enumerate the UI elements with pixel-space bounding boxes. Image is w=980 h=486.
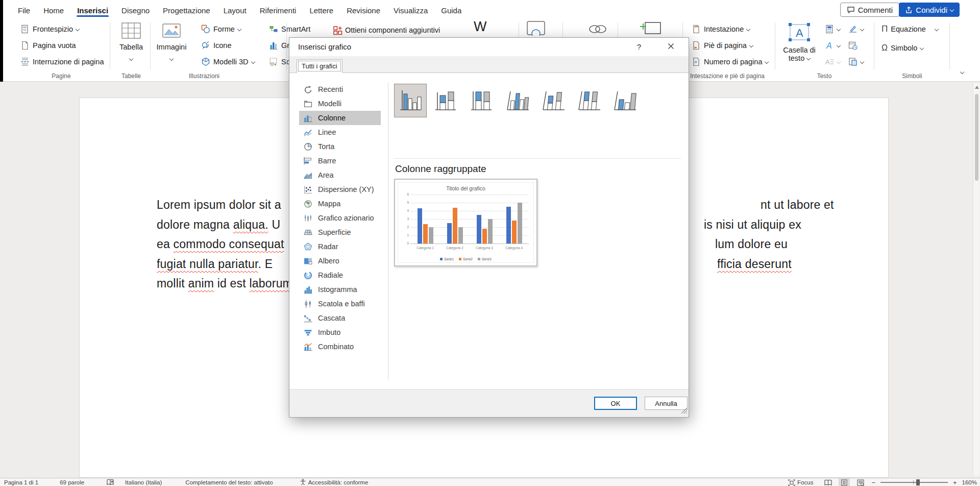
chart-type-radiale[interactable]: Radiale (299, 268, 381, 282)
focus-mode-button[interactable]: Focus (784, 478, 817, 486)
equation-button[interactable]: Π Equazione (881, 23, 938, 35)
document-text-line[interactable]: dolore magna aliqua. U (157, 218, 280, 232)
signature-line-button[interactable] (848, 23, 864, 35)
page-break-button[interactable]: Interruzione di pagina (20, 56, 104, 68)
ok-button[interactable]: OK (594, 397, 637, 410)
get-addins-button[interactable]: Ottieni componenti aggiuntivi (333, 24, 440, 36)
zoom-out-button[interactable]: − (871, 479, 875, 486)
chart-type-scatola-baffi[interactable]: Scatola e baffi (299, 297, 381, 311)
object-button[interactable] (848, 56, 864, 68)
date-time-button[interactable] (848, 39, 857, 52)
share-button[interactable]: Condividi (899, 3, 960, 17)
quick-parts-button[interactable] (825, 23, 840, 35)
zoom-level[interactable]: 160% (962, 479, 977, 485)
chart-type-recenti[interactable]: Recenti (299, 82, 381, 96)
dialog-titlebar[interactable]: Inserisci grafico ? (289, 38, 689, 56)
cover-page-button[interactable]: Frontespizio (20, 23, 79, 35)
web-layout-button[interactable] (855, 478, 866, 486)
new-comment-button[interactable] (639, 22, 663, 35)
resize-grip-icon[interactable] (681, 407, 688, 416)
dialog-help-button[interactable]: ? (630, 40, 648, 54)
text-completion-indicator[interactable]: Completamento del testo: attivato (181, 478, 277, 486)
drop-cap-button[interactable]: A (825, 56, 840, 68)
word-count[interactable]: 69 parole (56, 478, 88, 486)
document-text-line[interactable]: lum dolore eu (715, 237, 788, 251)
smartart-button[interactable]: SmartArt (269, 23, 310, 35)
collapse-ribbon-button[interactable] (961, 66, 964, 76)
chart-type-combinato[interactable]: Combinato (299, 339, 381, 354)
page-number-button[interactable]: # Numero di pagina (692, 56, 768, 68)
blank-page-button[interactable]: Pagina vuota (20, 39, 76, 52)
models-3d-button[interactable]: Modelli 3D (201, 56, 255, 68)
thumbnail-clustered-column[interactable] (394, 84, 427, 117)
proofing-status[interactable] (103, 478, 118, 486)
chart-type-torta[interactable]: Torta (299, 139, 381, 154)
scroll-up-arrow[interactable] (975, 86, 979, 89)
link-button[interactable] (587, 23, 608, 36)
comments-button[interactable]: Commenti (840, 3, 899, 17)
table-button[interactable]: Tabella (114, 22, 148, 62)
menu-tab-disegno[interactable]: Disegno (115, 2, 156, 18)
chart-type-superficie[interactable]: Superficie (299, 225, 381, 239)
dialog-close-button[interactable] (662, 40, 679, 54)
document-text-line[interactable]: fugiat nulla pariatur. E (157, 257, 273, 271)
read-mode-button[interactable] (822, 478, 834, 486)
menu-tab-home[interactable]: Home (37, 2, 70, 18)
icons-button[interactable]: Icone (201, 39, 231, 52)
document-text-line[interactable]: nt ut labore et (761, 198, 834, 212)
zoom-in-button[interactable]: + (953, 479, 957, 486)
chart-type-istogramma[interactable]: Istogramma (299, 282, 381, 297)
symbol-button[interactable]: Ω Simbolo (881, 42, 923, 54)
page-indicator[interactable]: Pagina 1 di 1 (0, 478, 42, 486)
online-video-button[interactable] (526, 22, 546, 35)
thumbnail-3d-column[interactable] (608, 84, 641, 117)
chart-type-dispersione[interactable]: Dispersione (XY) (299, 182, 381, 197)
thumbnail-3d-clustered-column[interactable] (501, 84, 534, 117)
language-indicator[interactable]: Italiano (Italia) (121, 478, 166, 486)
text-box-button[interactable]: A Casella di testo (780, 22, 819, 62)
chart-type-azionario[interactable]: Grafico azionario (299, 211, 381, 225)
wordart-button[interactable]: A (825, 39, 840, 52)
zoom-slider-thumb[interactable] (916, 479, 920, 485)
chart-type-area[interactable]: Area (299, 168, 381, 182)
menu-tab-guida[interactable]: Guida (434, 2, 468, 18)
tab-tutti-i-grafici[interactable]: Tutti i grafici (297, 59, 342, 73)
zoom-slider[interactable] (880, 482, 948, 483)
thumbnail-3d-stacked-column[interactable] (537, 84, 570, 117)
wikipedia-button[interactable]: W (474, 20, 486, 33)
thumbnail-3d-100-stacked-column[interactable] (573, 84, 605, 117)
chart-type-radar[interactable]: Radar (299, 239, 381, 254)
document-text-line[interactable]: Lorem ipsum dolor sit a (157, 198, 281, 212)
menu-tab-lettere[interactable]: Lettere (303, 2, 340, 18)
menu-tab-progettazione[interactable]: Progettazione (156, 2, 217, 18)
thumbnail-100-stacked-column[interactable] (465, 84, 498, 117)
chart-type-linee[interactable]: Linee (299, 125, 381, 139)
menu-tab-layout[interactable]: Layout (217, 2, 253, 18)
header-button[interactable]: Intestazione (692, 23, 750, 35)
shapes-button[interactable]: Forme (201, 23, 241, 35)
scrollbar-thumb[interactable] (975, 94, 978, 181)
menu-tab-file[interactable]: File (11, 2, 37, 18)
document-text-line[interactable]: fficia deserunt (717, 257, 792, 271)
chart-type-modelli[interactable]: Modelli (299, 96, 381, 111)
thumbnail-stacked-column[interactable] (429, 84, 462, 117)
document-text-line[interactable]: ea commodo consequat (157, 237, 284, 251)
accessibility-indicator[interactable]: Accessibilità: conforme (296, 478, 373, 486)
chart-type-barre[interactable]: Barre (299, 154, 381, 168)
chart-type-albero[interactable]: Albero (299, 254, 381, 268)
footer-button[interactable]: Piè di pagina (692, 39, 753, 52)
chart-type-mappa[interactable]: Mappa (299, 197, 381, 211)
menu-tab-revisione[interactable]: Revisione (340, 2, 387, 18)
chart-type-colonne[interactable]: Colonne (299, 111, 381, 125)
pictures-button[interactable]: Immagini (155, 22, 188, 62)
print-layout-button[interactable] (839, 478, 850, 486)
document-text-line[interactable]: mollit anim id est laborum (157, 277, 292, 290)
vertical-scrollbar[interactable] (973, 83, 979, 476)
menu-tab-riferimenti[interactable]: Riferimenti (253, 2, 303, 18)
chart-type-cascata[interactable]: Cascata (299, 311, 381, 325)
menu-tab-inserisci[interactable]: Inserisci (70, 2, 115, 18)
document-text-line[interactable]: is nisi ut aliquip ex (704, 218, 801, 232)
menu-tab-visualizza[interactable]: Visualizza (387, 2, 434, 18)
chart-preview[interactable]: Titolo del grafico 0123456Categoria 1Cat… (394, 179, 537, 266)
chart-type-imbuto[interactable]: Imbuto (299, 325, 381, 339)
